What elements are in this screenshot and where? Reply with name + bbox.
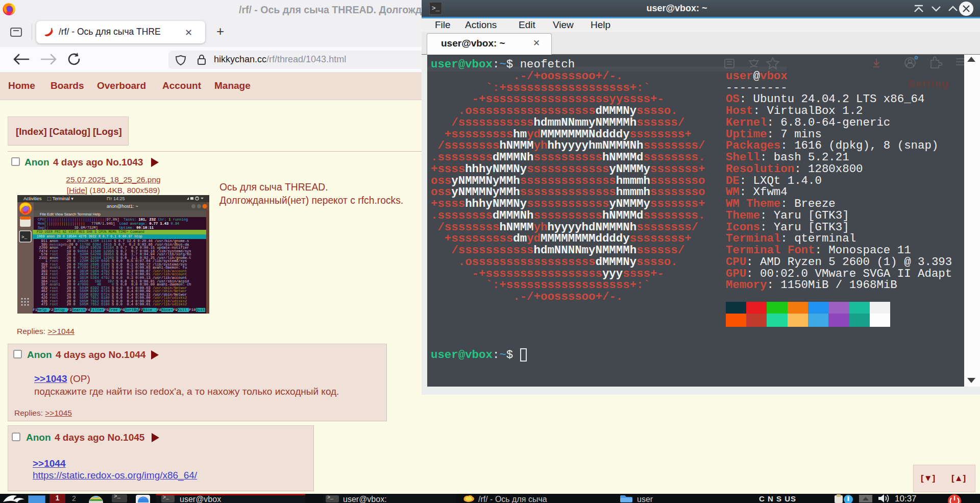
svg-text:Пт 14:25: Пт 14:25	[107, 196, 125, 201]
svg-text:File Edit View Search: File Edit View Search Terminal Help	[40, 212, 101, 217]
svg-text:⬚ Terminal ▾: ⬚ Terminal ▾	[47, 196, 74, 201]
svg-text:Activities: Activities	[23, 196, 42, 201]
svg-text:>_: >_	[21, 235, 27, 240]
svg-text:anon@host1: ~: anon@host1: ~	[107, 204, 138, 209]
